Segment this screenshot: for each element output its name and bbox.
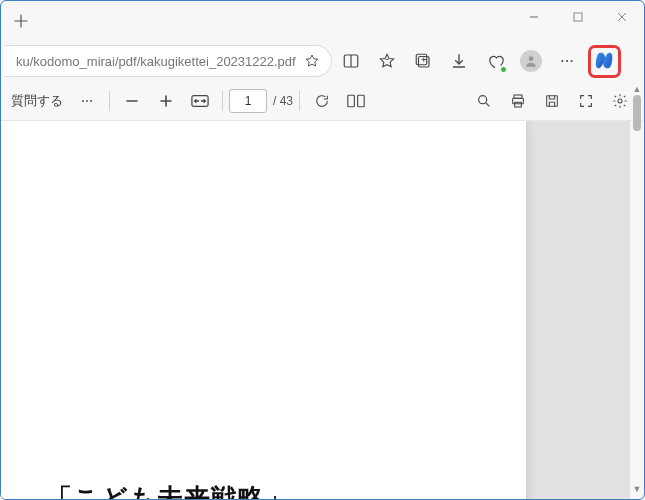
zoom-in-icon[interactable]	[150, 85, 182, 117]
split-screen-icon[interactable]	[334, 45, 368, 77]
rotate-icon[interactable]	[306, 85, 338, 117]
page-number-input[interactable]	[229, 89, 267, 113]
window-minimize-button[interactable]	[512, 1, 556, 33]
print-icon[interactable]	[502, 85, 534, 117]
favorites-icon[interactable]	[370, 45, 404, 77]
zoom-out-icon[interactable]	[116, 85, 148, 117]
separator	[299, 91, 300, 111]
profile-avatar[interactable]	[514, 45, 548, 77]
scroll-thumb[interactable]	[633, 95, 641, 131]
pdf-viewport[interactable]: 「こども未来戦略」	[1, 121, 630, 499]
scroll-track[interactable]	[632, 95, 642, 483]
pdf-more-icon[interactable]	[71, 85, 103, 117]
scroll-down-icon[interactable]: ▼	[632, 483, 642, 495]
collections-icon[interactable]	[406, 45, 440, 77]
svg-point-4	[529, 56, 534, 61]
svg-point-14	[479, 95, 487, 103]
fullscreen-icon[interactable]	[570, 85, 602, 117]
ask-copilot-label[interactable]: 質問する	[9, 92, 69, 110]
svg-point-19	[618, 99, 622, 103]
svg-point-10	[90, 100, 92, 102]
pdf-page: 「こども未来戦略」	[1, 121, 526, 499]
svg-rect-18	[547, 95, 558, 106]
downloads-icon[interactable]	[442, 45, 476, 77]
extensions-icon[interactable]	[478, 45, 512, 77]
url-text: ku/kodomo_mirai/pdf/kakugikettei_2023122…	[16, 54, 296, 69]
svg-point-7	[571, 60, 573, 62]
window-controls	[512, 1, 644, 33]
address-bar[interactable]: ku/kodomo_mirai/pdf/kakugikettei_2023122…	[4, 45, 332, 77]
tab-strip	[1, 1, 644, 41]
browser-toolbar: ku/kodomo_mirai/pdf/kakugikettei_2023122…	[1, 41, 644, 81]
svg-rect-17	[515, 102, 522, 107]
separator	[222, 91, 223, 111]
save-icon[interactable]	[536, 85, 568, 117]
new-tab-button[interactable]	[7, 7, 35, 35]
vertical-scrollbar[interactable]: ▲ ▼	[632, 83, 642, 495]
pdf-toolbar: 質問する / 43	[1, 81, 644, 121]
page-total-label: / 43	[273, 94, 293, 108]
svg-point-9	[86, 100, 88, 102]
copilot-button[interactable]	[588, 45, 621, 78]
fit-width-icon[interactable]	[184, 85, 216, 117]
window-maximize-button[interactable]	[556, 1, 600, 33]
more-menu-icon[interactable]	[550, 45, 584, 77]
page-view-icon[interactable]	[340, 85, 372, 117]
svg-point-8	[82, 100, 84, 102]
favorite-star-icon[interactable]	[304, 53, 320, 69]
svg-rect-0	[574, 13, 582, 21]
window-close-button[interactable]	[600, 1, 644, 33]
svg-point-6	[566, 60, 568, 62]
svg-point-5	[561, 60, 563, 62]
separator	[109, 91, 110, 111]
search-icon[interactable]	[468, 85, 500, 117]
svg-rect-12	[348, 95, 355, 106]
document-title: 「こども未来戦略」	[46, 481, 480, 499]
svg-rect-13	[358, 95, 365, 106]
scroll-up-icon[interactable]: ▲	[632, 83, 642, 95]
